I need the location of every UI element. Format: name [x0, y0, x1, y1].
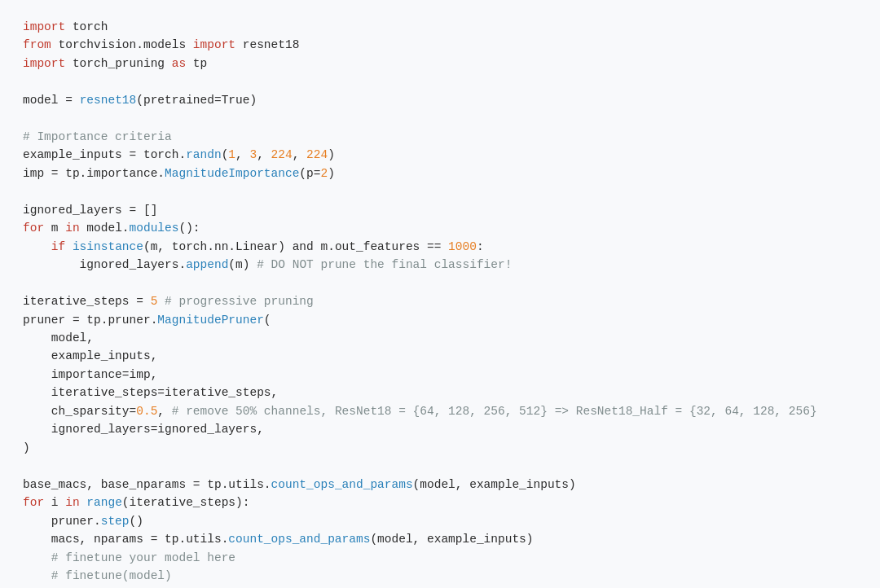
token-plain [23, 569, 51, 582]
code-line: from torchvision.models import resnet18 [23, 36, 857, 54]
token-fn-call: append [186, 258, 228, 271]
code-line: # finetune(model) [23, 567, 857, 585]
token-kw-if: if [51, 240, 65, 253]
token-plain: m.out_features == [314, 240, 448, 253]
code-line: if isinstance(m, torch.nn.Linear) and m.… [23, 238, 857, 256]
token-num: 1 [228, 148, 235, 161]
code-line: imp = tp.importance.MagnitudeImportance(… [23, 165, 857, 182]
token-plain: ignored_layers=ignored_layers, [23, 423, 264, 436]
token-fn-call: range [86, 496, 122, 509]
token-plain: : [477, 240, 484, 253]
code-line: # Importance criteria [23, 128, 857, 146]
token-kw-import: import [23, 20, 65, 33]
token-plain: model. [80, 222, 130, 235]
code-line: for i in range(iterative_steps): [23, 494, 857, 511]
token-plain [23, 240, 51, 253]
token-plain: torch_pruning [65, 57, 172, 70]
token-plain: example_inputs, [23, 349, 157, 362]
code-line: importance=imp, [23, 366, 857, 384]
code-line: iterative_steps = 5 # progressive prunin… [23, 292, 857, 310]
token-fn-call: step [101, 515, 130, 528]
token-kw-in: in [65, 222, 79, 235]
token-plain: macs, nparams = tp.utils. [23, 533, 228, 546]
token-plain: , [257, 148, 271, 161]
token-plain: pruner = tp.pruner. [23, 314, 157, 327]
code-line: import torch [23, 18, 857, 36]
token-plain: iterative_steps = [23, 295, 151, 308]
token-plain: (model, example_inputs) [370, 533, 533, 546]
token-num: 224 [306, 148, 328, 161]
token-comment: # Importance criteria [23, 130, 172, 143]
code-line: ignored_layers=ignored_layers, [23, 420, 857, 438]
code-line: pruner = tp.pruner.MagnitudePruner( [23, 311, 857, 329]
code-line: ) [23, 439, 857, 457]
token-num: 0.5 [136, 405, 157, 418]
token-kw-in: in [65, 496, 79, 509]
token-fn-call: resnet18 [80, 94, 137, 107]
token-plain: (p= [299, 167, 320, 180]
token-fn-call: count_ops_and_params [271, 478, 413, 491]
token-kw-from: from [23, 38, 51, 51]
code-line: macs, nparams = tp.utils.count_ops_and_p… [23, 530, 857, 548]
token-plain: ignored_layers. [23, 258, 186, 271]
token-num: 3 [249, 148, 257, 161]
token-kw-import: import [193, 38, 235, 51]
token-plain: ) [23, 441, 30, 454]
token-plain: () [130, 515, 143, 528]
token-plain: (m, torch.nn.Linear) [143, 240, 293, 253]
token-plain: tp [186, 57, 207, 70]
token-plain [23, 551, 51, 564]
token-fn-call: MagnitudePruner [157, 314, 264, 327]
token-comment: # finetune(model) [51, 569, 172, 582]
token-fn-call: MagnitudeImportance [165, 167, 299, 180]
token-comment: # DO NOT prune the final classifier! [257, 258, 512, 271]
token-plain: (pretrained=True) [136, 94, 257, 107]
token-plain: ignored_layers = [] [23, 204, 157, 217]
token-plain: iterative_steps=iterative_steps, [23, 386, 278, 399]
token-plain [65, 240, 73, 253]
token-plain: torchvision.models [51, 38, 193, 51]
token-plain: base_macs, base_nparams = tp.utils. [23, 478, 271, 491]
token-plain: , [157, 405, 171, 418]
code-line: example_inputs = torch.randn(1, 3, 224, … [23, 146, 857, 164]
token-plain: model = [23, 94, 80, 107]
token-kw-as: as [172, 57, 186, 70]
token-plain: example_inputs = torch. [23, 148, 186, 161]
token-kw-for: for [23, 222, 44, 235]
token-num: 224 [271, 148, 293, 161]
token-comment: # finetune your model here [51, 551, 235, 564]
token-fn-call: count_ops_and_params [228, 533, 370, 546]
token-num: 1000 [448, 240, 477, 253]
token-plain: resnet18 [235, 38, 299, 51]
token-plain: ) [328, 167, 335, 180]
code-line: ch_sparsity=0.5, # remove 50% channels, … [23, 402, 857, 420]
token-plain: torch [65, 20, 108, 33]
code-line: example_inputs, [23, 347, 857, 365]
token-plain: and [293, 240, 314, 253]
token-plain: , [235, 148, 249, 161]
code-line: iterative_steps=iterative_steps, [23, 384, 857, 402]
code-line: # finetune your model here [23, 549, 857, 567]
token-plain: ) [328, 148, 335, 161]
token-plain: (): [178, 222, 200, 235]
code-editor: import torchfrom torchvision.models impo… [0, 0, 880, 588]
token-plain: (model, example_inputs) [413, 478, 576, 491]
code-line: import torch_pruning as tp [23, 55, 857, 72]
code-line: pruner.step() [23, 512, 857, 530]
token-plain: , [293, 148, 306, 161]
token-plain: m [44, 222, 65, 235]
token-plain: i [44, 496, 65, 509]
token-plain: importance=imp, [23, 368, 157, 381]
token-fn-call: modules [130, 222, 179, 235]
token-plain: ch_sparsity= [23, 405, 136, 418]
code-line: # ... [23, 586, 857, 588]
token-plain: model, [23, 331, 94, 344]
token-plain: (iterative_steps): [122, 496, 250, 509]
token-plain [157, 295, 165, 308]
token-kw-for: for [23, 496, 44, 509]
code-line: for m in model.modules(): [23, 219, 857, 237]
token-kw-import: import [23, 57, 65, 70]
token-fn-call: isinstance [73, 240, 143, 253]
token-num: 2 [320, 167, 328, 180]
code-block: import torchfrom torchvision.models impo… [23, 18, 857, 588]
